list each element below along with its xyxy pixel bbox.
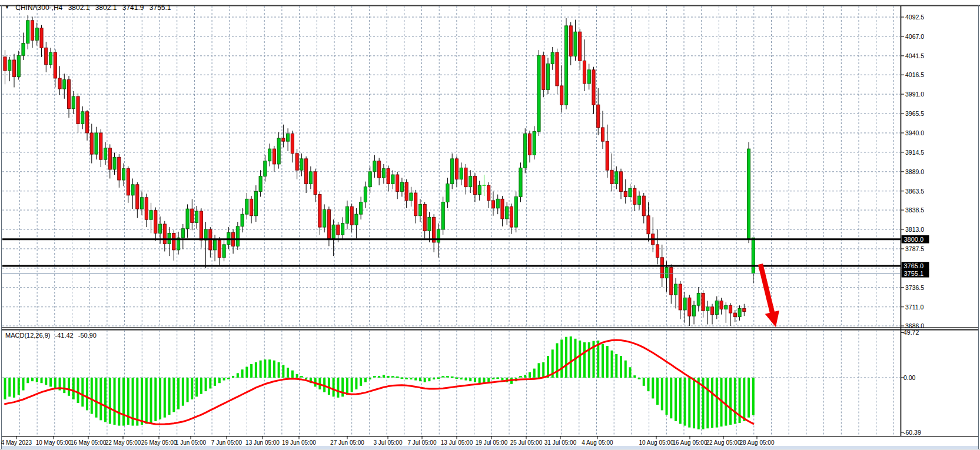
bull-candle: [236, 226, 239, 246]
bear-candle: [743, 308, 746, 311]
macd-axis-label: -60.39: [903, 429, 921, 436]
bull-candle: [382, 169, 385, 178]
bull-candle: [254, 191, 257, 215]
bull-candle: [428, 217, 431, 231]
time-axis-label: 7 Jun 05:00: [211, 439, 242, 446]
bear-candle: [405, 182, 408, 201]
ohlc-low: 3741.9: [122, 4, 144, 12]
bear-candle: [660, 258, 663, 278]
time-axis-label: 31 Jul 05:00: [544, 439, 577, 446]
bear-candle: [473, 176, 476, 195]
price-axis-label: 4041.5: [905, 52, 924, 59]
bull-candle: [332, 225, 335, 238]
bear-candle: [31, 21, 34, 41]
price-axis-label: 3991.0: [905, 91, 924, 98]
price-axis-label: 3940.0: [905, 129, 924, 136]
bear-candle: [378, 161, 381, 178]
bear-candle: [273, 149, 275, 164]
bull-candle: [300, 159, 303, 170]
time-axis-label: 16 Aug 05:00: [673, 439, 707, 446]
price-axis-label: 3838.5: [905, 206, 924, 214]
price-axis-label: 4016.5: [905, 71, 924, 78]
bear-candle: [45, 48, 48, 64]
time-axis-label: 25 Jul 05:00: [510, 439, 543, 446]
time-axis-label: 22 May 05:00: [105, 439, 141, 446]
bear-candle: [464, 168, 467, 186]
bull-candle: [637, 196, 640, 204]
time-axis-label: 4 Aug 05:00: [582, 439, 613, 446]
bear-candle: [729, 305, 732, 313]
time-axis-label: 13 Jun 05:00: [245, 439, 280, 446]
bull-candle: [437, 229, 440, 242]
bear-candle: [250, 199, 253, 215]
bull-candle: [391, 175, 394, 184]
time-axis-label: 28 Aug 05:00: [740, 439, 775, 446]
bull-candle: [551, 52, 554, 64]
bear-candle: [191, 209, 194, 222]
chart-plot-area[interactable]: 4092.54067.04041.54016.53991.03965.53940…: [0, 0, 980, 450]
time-axis-label: 19 Jun 05:00: [282, 439, 316, 446]
bull-candle: [264, 161, 267, 176]
bear-candle: [624, 191, 627, 196]
bear-candle: [337, 225, 340, 235]
bear-candle: [350, 206, 353, 225]
macd-signal-line: [5, 340, 753, 424]
bull-candle: [49, 52, 52, 65]
bull-candle: [323, 209, 326, 227]
time-axis-label: 13 Jul 05:00: [441, 439, 473, 446]
bear-candle: [136, 185, 139, 209]
bear-candle: [510, 206, 513, 227]
time-axis-label: 27 Jun 05:00: [330, 439, 364, 446]
bear-candle: [647, 216, 650, 234]
bull-candle: [514, 196, 517, 227]
bull-candle: [113, 157, 116, 169]
bull-candle: [683, 298, 686, 310]
bear-candle: [733, 313, 736, 316]
bull-candle: [122, 169, 125, 180]
bear-candle: [77, 96, 79, 124]
time-axis-label: 22 Aug 05:00: [706, 439, 741, 446]
symbol-dropdown-icon[interactable]: ▼: [5, 5, 9, 10]
bear-candle: [90, 133, 93, 154]
bull-candle: [241, 214, 244, 226]
bear-candle: [85, 112, 88, 133]
bull-candle: [341, 224, 344, 235]
bear-candle: [710, 307, 713, 315]
bear-candle: [58, 78, 61, 89]
bear-candle: [491, 201, 494, 208]
bear-candle: [501, 199, 504, 219]
chart-title: ▼ CHINA300-,H4 3802.1 3802.1 3741.9 3755…: [5, 4, 174, 12]
bull-candle: [213, 240, 216, 250]
time-axis-label: 19 Jul 05:00: [476, 439, 508, 446]
bear-candle: [108, 148, 111, 169]
bear-candle: [163, 224, 166, 244]
bear-candle: [597, 105, 600, 128]
macd-name: MACD(12,26,9): [5, 332, 50, 339]
bull-candle: [259, 176, 262, 192]
bear-candle: [633, 188, 636, 204]
bear-candle: [414, 193, 417, 216]
bull-candle: [181, 229, 184, 238]
bull-candle: [697, 293, 700, 305]
bear-candle: [542, 55, 545, 89]
bull-candle: [268, 149, 271, 161]
bull-candle: [277, 138, 280, 164]
macd-pane: [5, 336, 753, 429]
bear-candle: [702, 293, 705, 311]
macd-signal-value: -50.90: [78, 332, 97, 339]
bull-candle: [8, 60, 11, 71]
bear-candle: [679, 284, 682, 310]
bull-candle: [533, 131, 536, 155]
bull-candle: [451, 159, 454, 184]
symbol-timeframe: CHINA300-,H4: [15, 4, 62, 12]
bull-candle: [364, 187, 367, 202]
price-axis-label: 3736.5: [905, 284, 924, 291]
mt4-chart-window: ▼ CHINA300-,H4 3802.1 3802.1 3741.9 3755…: [0, 0, 980, 450]
time-axis-label: 10 Aug 05:00: [639, 439, 674, 446]
bull-candle: [496, 199, 499, 208]
bull-candle: [574, 32, 577, 56]
bull-candle: [195, 211, 198, 222]
bull-candle: [460, 168, 463, 179]
bear-candle: [387, 169, 390, 184]
price-axis-label: 4067.0: [905, 33, 924, 40]
